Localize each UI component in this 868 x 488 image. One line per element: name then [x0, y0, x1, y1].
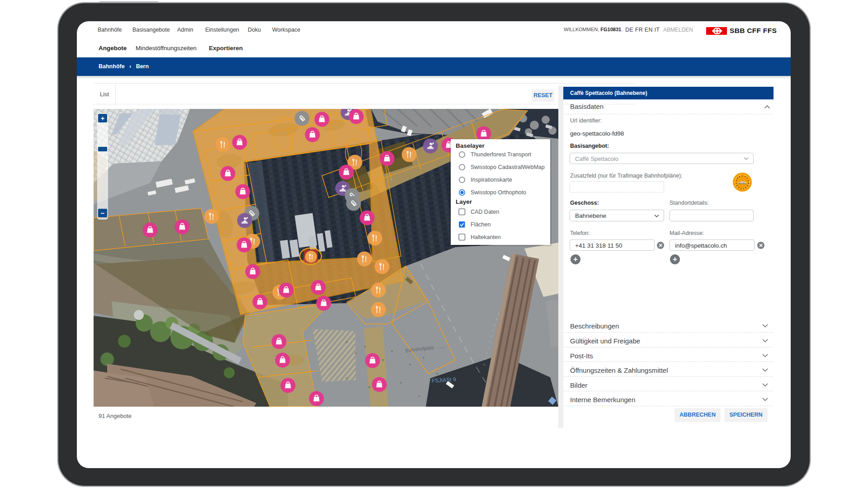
svg-text:Baselayer: Baselayer — [456, 142, 485, 149]
svg-text:Thunderforest Transport: Thunderforest Transport — [471, 151, 532, 158]
svg-text:Layer: Layer — [456, 198, 472, 205]
svg-text:+: + — [101, 115, 104, 122]
svg-text:Swisstopo CadastralWebMap: Swisstopo CadastralWebMap — [471, 164, 545, 170]
svg-text:Flächen: Flächen — [471, 221, 491, 228]
svg-text:−: − — [101, 209, 105, 217]
svg-text:CAD Daten: CAD Daten — [471, 209, 499, 215]
svg-text:Swisstopo Orthophoto: Swisstopo Orthophoto — [471, 189, 526, 196]
svg-text:Haltekanten: Haltekanten — [471, 234, 501, 240]
svg-text:Inspirationskarte: Inspirationskarte — [471, 177, 512, 183]
